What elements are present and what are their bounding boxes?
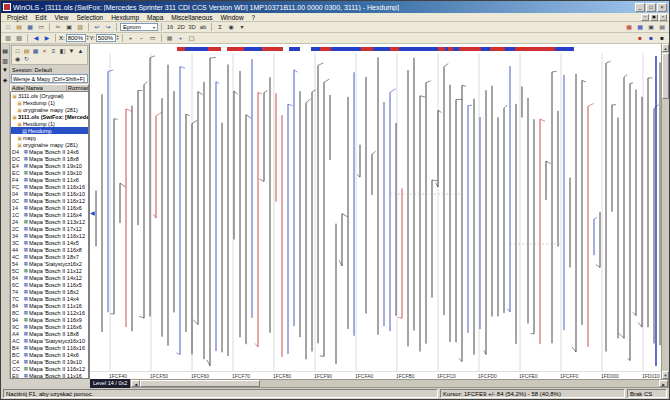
minimize-button[interactable]: _ [635,3,645,12]
horizontal-scrollbar[interactable]: ◀ ▶ [130,379,669,388]
checksum-icon[interactable]: Σ [215,23,225,32]
column-header-nazwa[interactable]: Nazwa [25,85,67,91]
zoom-out-icon[interactable]: − [137,34,147,43]
paste-icon[interactable]: ▨ [75,23,85,32]
tree-item[interactable]: ▣Hexdump (1) [11,120,88,127]
tree-item[interactable]: ▣Hexdump (1) [11,99,88,106]
zoom-x-field-value[interactable]: 800% [66,34,86,42]
import-map-icon[interactable]: ▼ [67,47,76,55]
legend-diff-icon[interactable]: ■ [657,34,667,43]
menu-item--[interactable]: ? [248,14,260,21]
open-version-icon[interactable]: ▤ [22,47,31,55]
selection-mode-icon[interactable]: ▢ [187,34,197,43]
eprom-select[interactable]: Eprom▾ [120,23,158,31]
close-button[interactable]: × [657,3,667,12]
mdi-close-button[interactable]: × [659,14,667,21]
tree-item[interactable]: ▣oryginalne mapy (281) [11,106,88,113]
open-hexdump-icon[interactable]: ▥ [3,34,13,43]
map-list-item[interactable]: CC▦Mapa 'Bosch II 16'16x12 [11,365,88,372]
scroll-right-icon[interactable]: ▶ [659,380,668,387]
search-maps-icon[interactable]: ◉ [13,55,22,63]
map-list-item[interactable]: E4▦Mapa 'Bosch II 16'9x10 [11,162,88,169]
refresh-icon[interactable]: ↻ [22,55,31,63]
menu-item-view[interactable]: View [50,14,72,21]
map-list-item[interactable]: A4▦Mapa 'Bosch II 16'8x8 [11,330,88,337]
vertical-scrollbar[interactable]: ▲ ▼ [661,44,669,379]
tab-versions-icon[interactable]: ▥ [2,57,8,64]
bookmark-icon[interactable]: ▾ [237,23,247,32]
project-tree-icon[interactable]: ▧ [14,34,24,43]
mdi-minimize-button[interactable]: ─ [641,14,649,21]
maximize-button[interactable]: □ [646,3,656,12]
delete-version-icon[interactable]: × [40,47,49,55]
mdi-restore-button[interactable]: ▣ [650,14,658,21]
map-list-item[interactable]: 0C▦Mapa 'Bosch II 16'16x12 [11,197,88,204]
compare-versions-icon[interactable]: ◧ [58,47,67,55]
print-icon[interactable]: ▭ [36,23,46,32]
spin-down-icon[interactable]: ▾ [117,38,119,42]
back-icon[interactable]: ◀ [31,34,41,43]
map-list-item[interactable]: 1C▦Mapa 'Bosch II 16'16x4 [11,211,88,218]
tree-item[interactable]: ▣mapy [11,134,88,141]
map-list-item[interactable]: 34▦Mapa 'Bosch II 16'16x12 [11,232,88,239]
zoom-fit-icon[interactable]: ▭ [148,34,158,43]
view-3d-icon[interactable]: 3D [187,23,197,32]
map-list-item[interactable]: F4▦Mapa 'Bosch II 16'1x6 [11,176,88,183]
map-list-item[interactable]: 5C▦Mapa 'Bosch II 16'1x12 [11,267,88,274]
panel-selector[interactable]: Wersje & Mapy [Ctrl+Shift+F] ▾ [11,74,88,83]
tree-item[interactable]: ▣3111.ols (Oryginał) [11,92,88,99]
hexdump-2d-view[interactable]: ◀ 1FCF401FCF501FCF601FCF701FCF801FCF901F… [89,44,661,379]
map-list-item[interactable]: 04▦Mapa 'Bosch II 16'16x10 [11,190,88,197]
waveform-plot[interactable] [90,44,661,376]
search-icon[interactable]: ◉ [226,23,236,32]
text-view-icon[interactable]: ab [198,23,208,32]
map-list-item[interactable]: 2C▦Mapa 'Bosch II 16'7x12 [11,225,88,232]
menu-item-window[interactable]: Window [216,14,247,21]
export-map-icon[interactable]: ▲ [76,47,85,55]
tab-filter-icon[interactable]: ▼ [2,67,8,73]
view-2d-icon[interactable]: 2D [176,23,186,32]
zoom-y-field-value[interactable]: 500% [96,34,116,42]
map-list-item[interactable]: B4▦Mapa 'Bosch II 16'16x16 [11,344,88,351]
spin-down-icon[interactable]: ▾ [87,38,89,42]
legend-version-icon[interactable]: ■ [646,34,656,43]
map-list-item[interactable]: 84▦Mapa 'Bosch II 16'1x16 [11,302,88,309]
map-list-item[interactable]: FC▦Mapa 'Bosch II 16'16x16 [11,183,88,190]
cursor-mode-icon[interactable]: + [176,34,186,43]
undo-icon[interactable]: ↩ [92,23,102,32]
zoom-x-field[interactable]: X:800%▴▾ [59,34,88,42]
tree-item[interactable]: ▣3111.ols (SwiFox: [Mercedes Sprinter]) [11,113,88,120]
hexdump-view-icon[interactable]: 16 [165,23,175,32]
forward-icon[interactable]: ▶ [42,34,52,43]
map-list-item[interactable]: DC▦Mapa 'Bosch II 16'8x8 [11,155,88,162]
vertical-scroll-thumb[interactable] [662,53,669,99]
map-list-item[interactable]: 9C▦Mapa 'Bosch II 16'16x6 [11,323,88,330]
map-list-item[interactable]: E0▦Mapa 'Bosch II 16'1x16 [11,372,88,379]
menu-item-miscellaneous[interactable]: Miscellaneous [167,14,216,21]
maps-window-red-icon[interactable]: ▦ [624,23,634,32]
tree-item[interactable]: ▤Hexdump [11,127,88,134]
map-list-item[interactable]: 4C▦Mapa 'Bosch II 16'8x7 [11,253,88,260]
map-list-item[interactable]: 24▦Mapa 'Bosch II 16'13x12 [11,218,88,225]
menu-item-mapa[interactable]: Mapa [143,14,167,21]
open-project-icon[interactable]: ▤ [14,23,24,32]
copy-icon[interactable]: ▣ [64,23,74,32]
scroll-left-icon[interactable]: ◀ [131,380,140,387]
column-header-adres[interactable]: Adres [11,85,25,91]
map-list-item[interactable]: 3C▦Mapa 'Bosch II 16'4x5 [11,239,88,246]
zoom-in-icon[interactable]: + [126,34,136,43]
zoom-y-field-spinner[interactable]: ▴▾ [117,35,119,42]
map-list-item[interactable]: 74▦Mapa 'Bosch II 16'8x2 [11,288,88,295]
horizontal-scroll-thumb[interactable] [140,380,260,387]
redo-icon[interactable]: ↪ [103,23,113,32]
save-project-icon[interactable]: ▦ [25,23,35,32]
map-list-item[interactable]: 6C▦Mapa 'Bosch II 16'16x5 [11,281,88,288]
scroll-up-icon[interactable]: ▲ [662,44,669,52]
new-version-icon[interactable]: □ [13,47,22,55]
menu-item-hexdump[interactable]: Hexdump [107,14,143,21]
zoom-x-field-spinner[interactable]: ▴▾ [87,35,89,42]
map-list-item[interactable]: 14▦Mapa 'Bosch II 16'16x6 [11,204,88,211]
menu-item-edit[interactable]: Edit [31,14,50,21]
chevron-down-icon[interactable]: ▾ [87,75,88,82]
column-header-rozmiar[interactable]: Rozmiar [67,85,88,91]
